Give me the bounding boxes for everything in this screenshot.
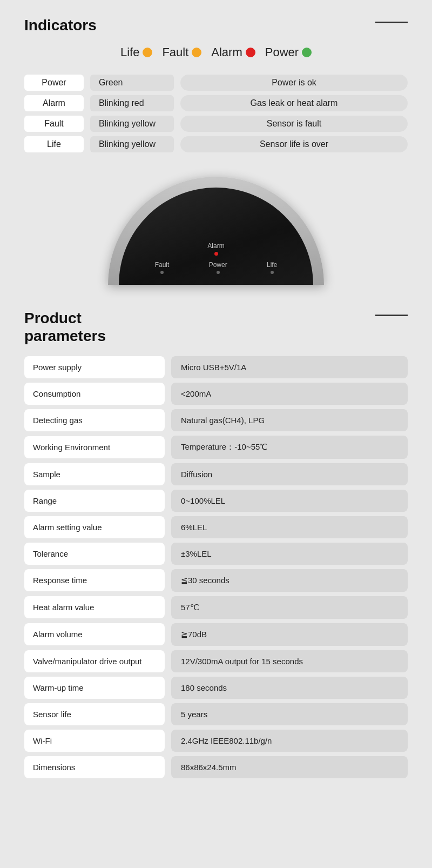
alarm-dot-icon [246, 48, 255, 57]
legend-fault-label: Fault [162, 45, 188, 59]
device-inner: Alarm Fault Power [119, 188, 313, 285]
params-title: Product parameters [24, 309, 106, 345]
indicator-row-fault: Fault Blinking yellow Sensor is fault [24, 116, 408, 132]
ind-color-alarm: Blinking red [90, 95, 174, 111]
device-life-label-item: Life [267, 261, 277, 274]
ind-desc-alarm: Gas leak or heat alarm [180, 95, 408, 111]
device-fault-label: Fault [155, 261, 170, 269]
ind-color-life: Blinking yellow [90, 136, 174, 152]
params-line [375, 315, 408, 316]
param-value-consumption: <200mA [171, 383, 408, 405]
param-row-heat-alarm: Heat alarm value 57℃ [24, 596, 408, 619]
param-name-response-time: Response time [24, 569, 165, 591]
param-value-range: 0~100%LEL [171, 490, 408, 512]
param-row-alarm-setting: Alarm setting value 6%LEL [24, 516, 408, 538]
ind-color-power: Green [90, 75, 174, 91]
ind-desc-life: Sensor life is over [180, 136, 408, 152]
device-power-label-item: Power [209, 261, 227, 274]
param-name-valve-output: Valve/manipulator drive output [24, 650, 165, 672]
power-dot-icon [302, 48, 312, 57]
param-row-wifi: Wi-Fi 2.4GHz IEEE802.11b/g/n [24, 730, 408, 752]
legend-alarm: Alarm [211, 45, 255, 59]
param-value-valve-output: 12V/300mA output for 15 seconds [171, 650, 408, 672]
indicator-table: Power Green Power is ok Alarm Blinking r… [24, 75, 408, 152]
device-labels: Alarm Fault Power [135, 242, 297, 274]
indicators-line [375, 22, 408, 23]
param-row-sample: Sample Diffusion [24, 463, 408, 485]
params-table: Power supply Micro USB+5V/1A Consumption… [24, 356, 408, 778]
ind-desc-fault: Sensor is fault [180, 116, 408, 132]
indicator-row-alarm: Alarm Blinking red Gas leak or heat alar… [24, 95, 408, 111]
indicators-title: Indicators [24, 16, 97, 35]
param-name-dimensions: Dimensions [24, 756, 165, 778]
device-life-dot-icon [271, 271, 274, 274]
legend-life: Life [120, 45, 152, 59]
param-row-range: Range 0~100%LEL [24, 490, 408, 512]
device-power-dot-icon [217, 271, 220, 274]
ind-desc-power: Power is ok [180, 75, 408, 91]
indicator-row-life: Life Blinking yellow Sensor life is over [24, 136, 408, 152]
device-power-label: Power [209, 261, 227, 269]
param-name-sensor-life: Sensor life [24, 703, 165, 725]
device-wrap: Alarm Fault Power [103, 171, 329, 285]
param-value-sensor-life: 5 years [171, 703, 408, 725]
indicators-header: Indicators [24, 16, 408, 35]
ind-name-fault: Fault [24, 116, 84, 132]
life-dot-icon [143, 48, 152, 57]
ind-name-power: Power [24, 75, 84, 91]
param-value-alarm-volume: ≧70dB [171, 623, 408, 646]
legend-power: Power [265, 45, 312, 59]
param-row-dimensions: Dimensions 86x86x24.5mm [24, 756, 408, 778]
device-container: Alarm Fault Power [24, 169, 408, 288]
param-value-alarm-setting: 6%LEL [171, 516, 408, 538]
param-name-wifi: Wi-Fi [24, 730, 165, 752]
param-name-alarm-volume: Alarm volume [24, 623, 165, 645]
param-value-tolerance: ±3%LEL [171, 543, 408, 565]
param-row-valve-output: Valve/manipulator drive output 12V/300mA… [24, 650, 408, 672]
param-row-power-supply: Power supply Micro USB+5V/1A [24, 356, 408, 378]
param-value-dimensions: 86x86x24.5mm [171, 756, 408, 778]
params-section: Product parameters Power supply Micro US… [24, 309, 408, 778]
params-header: Product parameters [24, 309, 408, 345]
legend-fault: Fault [162, 45, 201, 59]
ind-color-fault: Blinking yellow [90, 116, 174, 132]
param-value-response-time: ≦30 seconds [171, 569, 408, 592]
param-row-consumption: Consumption <200mA [24, 383, 408, 405]
param-row-warmup-time: Warm-up time 180 seconds [24, 677, 408, 699]
param-name-range: Range [24, 490, 165, 512]
param-value-working-env: Temperature：-10~55℃ [171, 436, 408, 459]
param-name-working-env: Working Environment [24, 436, 165, 458]
indicator-row-power: Power Green Power is ok [24, 75, 408, 91]
param-row-tolerance: Tolerance ±3%LEL [24, 543, 408, 565]
device-bottom-labels: Fault Power Life [135, 261, 297, 274]
ind-name-alarm: Alarm [24, 95, 84, 111]
param-row-sensor-life: Sensor life 5 years [24, 703, 408, 725]
legend-row: Life Fault Alarm Power [24, 45, 408, 59]
legend-life-label: Life [120, 45, 139, 59]
fault-dot-icon [192, 48, 201, 57]
param-name-heat-alarm: Heat alarm value [24, 596, 165, 618]
device-alarm-label: Alarm [207, 242, 224, 250]
param-name-warmup-time: Warm-up time [24, 677, 165, 699]
page: Indicators Life Fault Alarm Power Power … [0, 0, 432, 799]
param-row-alarm-volume: Alarm volume ≧70dB [24, 623, 408, 646]
param-name-power-supply: Power supply [24, 356, 165, 378]
param-value-detecting-gas: Natural gas(CH4), LPG [171, 409, 408, 431]
param-name-tolerance: Tolerance [24, 543, 165, 565]
param-row-detecting-gas: Detecting gas Natural gas(CH4), LPG [24, 409, 408, 431]
device-outer: Alarm Fault Power [108, 177, 324, 285]
device-fault-label-item: Fault [155, 261, 170, 274]
param-value-power-supply: Micro USB+5V/1A [171, 356, 408, 378]
param-name-consumption: Consumption [24, 383, 165, 405]
device-fault-dot-icon [160, 271, 164, 274]
param-value-warmup-time: 180 seconds [171, 677, 408, 699]
param-row-working-env: Working Environment Temperature：-10~55℃ [24, 436, 408, 459]
ind-name-life: Life [24, 136, 84, 152]
device-alarm-dot-icon [214, 252, 218, 256]
param-value-sample: Diffusion [171, 463, 408, 485]
legend-alarm-label: Alarm [211, 45, 242, 59]
param-name-alarm-setting: Alarm setting value [24, 516, 165, 538]
param-value-heat-alarm: 57℃ [171, 596, 408, 619]
param-name-sample: Sample [24, 463, 165, 485]
param-row-response-time: Response time ≦30 seconds [24, 569, 408, 592]
